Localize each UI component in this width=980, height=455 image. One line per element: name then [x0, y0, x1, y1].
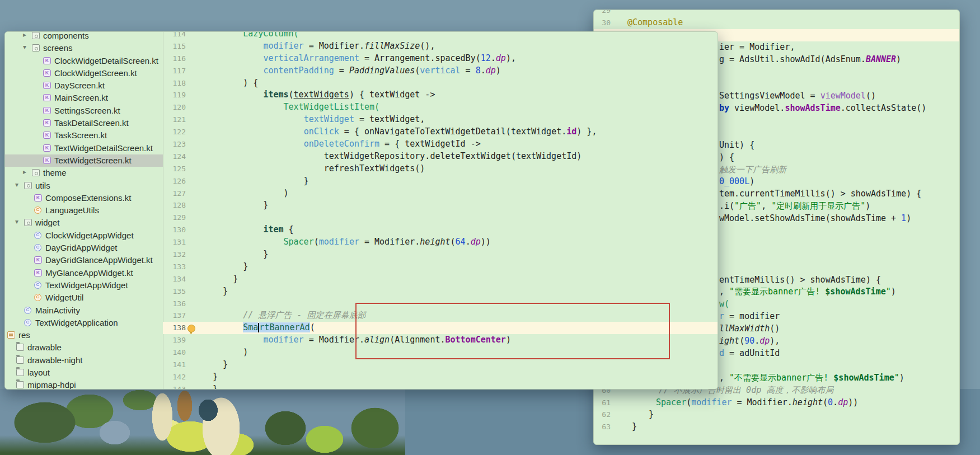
tree-item-layout[interactable]: layout: [5, 367, 163, 379]
tree-item-label: TaskScreen.kt: [54, 130, 107, 140]
bg-code-line-30[interactable]: 30@Composable: [594, 17, 959, 29]
tree-item-clockwidgetappwidget[interactable]: CClockWidgetAppWidget: [5, 229, 163, 242]
line-number: 132: [163, 248, 194, 261]
tree-item-settingsscreen-kt[interactable]: KSettingsScreen.kt: [5, 105, 163, 117]
line-number: 120: [163, 101, 194, 114]
tree-item-textwidgetappwidget[interactable]: CTextWidgetAppWidget: [5, 279, 163, 292]
code-line-text: onClick = { onNavigateToTextWidgetDetail…: [194, 126, 718, 138]
ide-main-window[interactable]: ▸components▾screensKClockWidgetDetailScr…: [4, 31, 718, 390]
code-line-text: contentPadding = PaddingValues(vertical …: [194, 65, 718, 77]
code-line-124[interactable]: 124 textWidgetRepository.deleteTextWidge…: [163, 151, 718, 163]
line-number: 128: [163, 199, 194, 212]
chevron-right-icon[interactable]: ▸: [23, 168, 26, 176]
code-line-132[interactable]: 132 }: [163, 248, 718, 261]
kotlin-class-icon: C: [24, 307, 31, 314]
tree-item-mainactivity[interactable]: CMainActivity: [5, 304, 163, 317]
code-line-116[interactable]: 116 verticalArrangement = Arrangement.sp…: [163, 53, 718, 65]
bg-code-line-63[interactable]: 63}: [594, 421, 959, 433]
tree-item-label: screens: [43, 43, 73, 53]
code-line-130[interactable]: 130 item {: [163, 224, 718, 236]
code-line-134[interactable]: 134 }: [163, 273, 718, 285]
tree-item-utils[interactable]: ▾utils: [5, 180, 163, 192]
kotlin-file-icon: K: [34, 256, 42, 264]
tree-item-daygridappwidget[interactable]: CDayGridAppWidget: [5, 242, 163, 254]
tree-item-label: DayGridAppWidget: [45, 243, 117, 252]
tree-item-taskscreen-kt[interactable]: KTaskScreen.kt: [5, 129, 163, 142]
tree-item-screens[interactable]: ▾screens: [5, 42, 163, 54]
chevron-down-icon[interactable]: ▾: [15, 181, 18, 189]
code-line-text: TextWidgetListItem(: [194, 101, 718, 114]
code-line-119[interactable]: 119 items(textWidgets) { textWidget ->: [163, 89, 718, 101]
tree-item-composeextensions-kt[interactable]: KComposeExtensions.kt: [5, 192, 163, 204]
folder-icon: [16, 381, 24, 388]
code-editor[interactable]: 114 LazyColumn(115 modifier = Modifier.f…: [163, 32, 718, 389]
code-line-131[interactable]: 131 Spacer(modifier = Modifier.height(64…: [163, 236, 718, 248]
tree-item-languageutils[interactable]: CLanguageUtils: [5, 204, 163, 217]
code-line-142[interactable]: 142 }: [163, 371, 718, 383]
line-number: 122: [163, 126, 194, 138]
tree-item-textwidgetdetailscreen-kt[interactable]: KTextWidgetDetailScreen.kt: [5, 142, 163, 154]
code-line-126[interactable]: 126 }: [163, 175, 718, 187]
code-fragment: g = AdsUtil.showAdId(AdsEnum.BANNER): [719, 54, 901, 66]
kotlin-class-icon: C: [34, 232, 41, 239]
code-fragment: llMaxWidth(): [719, 323, 780, 335]
code-line-125[interactable]: 125 refreshTextWidgets(): [163, 163, 718, 175]
tree-item-res[interactable]: res: [5, 329, 163, 341]
code-line-120[interactable]: 120 TextWidgetListItem(: [163, 101, 718, 114]
bg-code-line-29[interactable]: 29: [594, 10, 959, 17]
code-line-122[interactable]: 122 onClick = { onNavigateToTextWidgetDe…: [163, 126, 718, 138]
tree-item-textwidgetapplication[interactable]: CTextWidgetApplication: [5, 317, 163, 329]
tree-item-mainscreen-kt[interactable]: KMainScreen.kt: [5, 92, 163, 104]
tree-item-taskdetailscreen-kt[interactable]: KTaskDetailScreen.kt: [5, 117, 163, 129]
code-line-115[interactable]: 115 modifier = Modifier.fillMaxSize(),: [163, 40, 718, 53]
tree-item-label: utils: [35, 181, 50, 190]
tree-item-myglanceappwidget-kt[interactable]: KMyGlanceAppWidget.kt: [5, 267, 163, 279]
tree-item-widget[interactable]: ▾widget: [5, 217, 163, 229]
tree-item-components[interactable]: ▸components: [5, 32, 163, 42]
code-fragment: ight(90.dp),: [719, 335, 780, 348]
package-folder-icon: [32, 169, 40, 176]
chevron-right-icon[interactable]: ▸: [23, 32, 26, 39]
resources-folder-icon: [7, 331, 15, 339]
code-line-121[interactable]: 121 textWidget = textWidget,: [163, 114, 718, 126]
code-line-117[interactable]: 117 contentPadding = PaddingValues(verti…: [163, 65, 718, 77]
line-number: 124: [163, 151, 194, 163]
code-line-135[interactable]: 135 }: [163, 285, 718, 298]
code-line-text: }: [194, 175, 718, 187]
bg-code-line-61[interactable]: 61Spacer(modifier = Modifier.height(0.dp…: [594, 397, 959, 409]
bg-code-line-62[interactable]: 62}: [594, 409, 959, 421]
code-line-118[interactable]: 118 ) {: [163, 77, 718, 90]
tree-item-drawable[interactable]: drawable: [5, 341, 163, 354]
tree-item-label: TextWidgetScreen.kt: [54, 156, 132, 165]
code-line-143[interactable]: 143 }: [163, 383, 718, 389]
kotlin-object-icon: C: [34, 294, 41, 301]
chevron-down-icon[interactable]: ▾: [23, 43, 26, 51]
tree-item-textwidgetscreen-kt[interactable]: KTextWidgetScreen.kt: [5, 154, 163, 167]
line-number: 141: [163, 359, 194, 371]
code-line-127[interactable]: 127 ): [163, 187, 718, 200]
code-line-133[interactable]: 133 }: [163, 261, 718, 273]
code-line-text: }: [194, 199, 718, 212]
kotlin-file-icon: K: [43, 57, 51, 64]
tree-item-theme[interactable]: ▸theme: [5, 167, 163, 179]
tree-item-widgetutil[interactable]: CWidgetUtil: [5, 292, 163, 304]
code-line-123[interactable]: 123 onDeleteConfirm = { textWidgetId ->: [163, 138, 718, 151]
code-line-141[interactable]: 141 }: [163, 359, 718, 371]
code-line-text: LazyColumn(: [194, 32, 718, 40]
tree-item-mipmap-hdpi[interactable]: mipmap-hdpi: [5, 379, 163, 389]
code-line-129[interactable]: 129: [163, 212, 718, 224]
chevron-down-icon[interactable]: ▾: [15, 218, 18, 226]
tree-item-clockwidgetscreen-kt[interactable]: KClockWidgetScreen.kt: [5, 67, 163, 79]
project-tree-panel[interactable]: ▸components▾screensKClockWidgetDetailScr…: [5, 32, 163, 389]
tree-item-label: ComposeExtensions.kt: [45, 193, 131, 203]
kotlin-file-icon: K: [43, 144, 51, 152]
tree-item-dayscreen-kt[interactable]: KDayScreen.kt: [5, 79, 163, 92]
tree-item-daygridglanceappwidget-kt[interactable]: KDayGridGlanceAppWidget.kt: [5, 254, 163, 266]
code-line-128[interactable]: 128 }: [163, 199, 718, 212]
code-line-114[interactable]: 114 LazyColumn(: [163, 32, 718, 40]
line-number: 125: [163, 163, 194, 175]
intention-bulb-icon[interactable]: [187, 325, 195, 332]
tree-item-drawable-night[interactable]: drawable-night: [5, 354, 163, 367]
code-fragment: Spacer(modifier = Modifier.height(0.dp)): [656, 397, 858, 409]
tree-item-clockwidgetdetailscreen-kt[interactable]: KClockWidgetDetailScreen.kt: [5, 55, 163, 67]
